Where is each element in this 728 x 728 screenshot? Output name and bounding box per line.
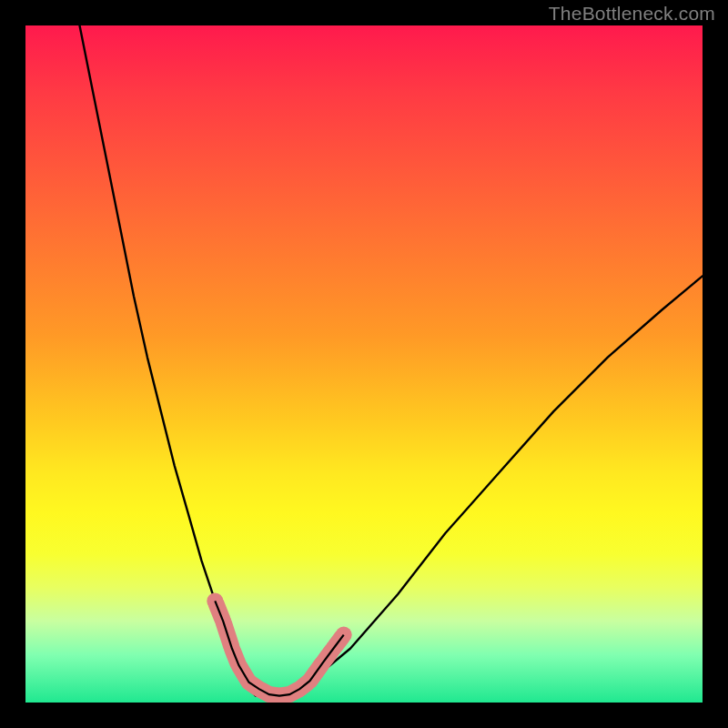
bottleneck-curve-path [80, 25, 703, 696]
chart-frame: TheBottleneck.com [0, 0, 728, 728]
chart-svg [25, 25, 703, 703]
plot-area [25, 25, 703, 703]
watermark-text: TheBottleneck.com [549, 3, 715, 25]
marker-overlay-group [207, 592, 351, 703]
